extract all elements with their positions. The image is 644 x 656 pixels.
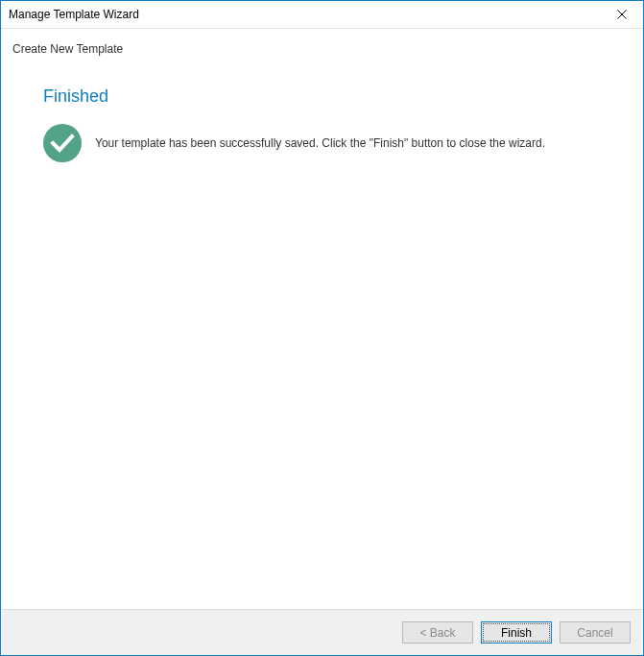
message-row: Your template has been successfully save…	[43, 124, 635, 162]
success-badge	[43, 124, 82, 162]
success-message: Your template has been successfully save…	[95, 136, 545, 150]
close-icon	[617, 10, 627, 19]
finish-button[interactable]: Finish	[481, 621, 552, 644]
wizard-content: Finished Your template has been successf…	[1, 56, 643, 162]
checkmark-icon	[50, 133, 75, 154]
cancel-button[interactable]: Cancel	[560, 621, 631, 644]
wizard-footer: < Back Finish Cancel	[2, 609, 642, 655]
window-title: Manage Template Wizard	[9, 8, 139, 21]
titlebar: Manage Template Wizard	[1, 1, 643, 29]
close-button[interactable]	[600, 1, 643, 29]
wizard-subheader: Create New Template	[1, 29, 643, 56]
back-button[interactable]: < Back	[402, 621, 473, 644]
page-heading: Finished	[43, 86, 635, 107]
